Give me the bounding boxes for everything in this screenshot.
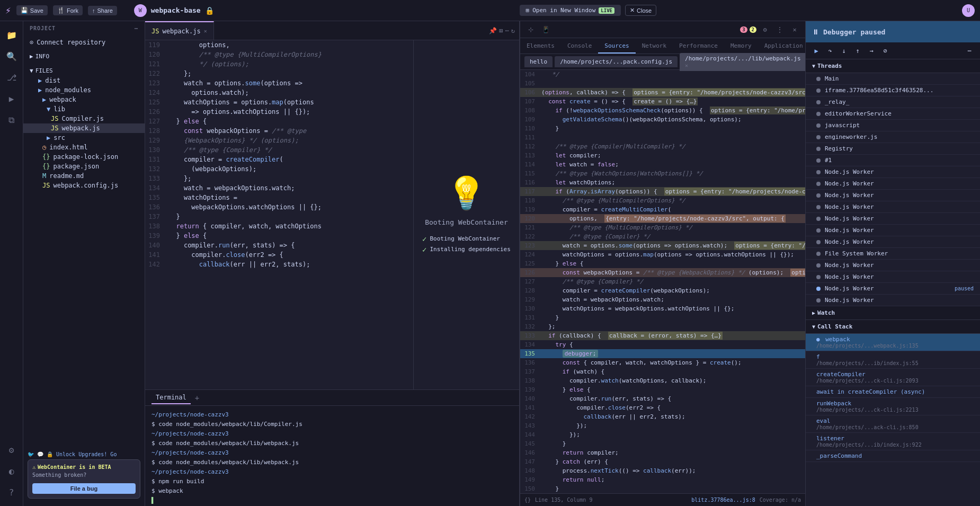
url-tab-close[interactable]: ✕	[685, 63, 688, 68]
code-editor[interactable]: 119 options, 120 /** @type {MultiCompile…	[145, 40, 413, 389]
callstack-item-webpack[interactable]: ● webpack /home/projects/...webpack.js:1…	[806, 334, 980, 351]
file-bug-button[interactable]: File a bug	[32, 483, 136, 494]
more-icon[interactable]: ⋯	[505, 27, 509, 34]
activity-files[interactable]: 📁	[2, 25, 21, 45]
devtools-settings-button[interactable]: ⚙	[759, 23, 771, 36]
tab-application[interactable]: Application	[758, 39, 805, 54]
tree-item-lib[interactable]: ▼ lib	[23, 104, 145, 114]
activity-extensions[interactable]: ⧉	[2, 110, 21, 129]
editor-tab-webpack-js[interactable]: JS webpack.js ✕	[145, 21, 214, 40]
thread-item-engineworker[interactable]: engineworker.js	[806, 131, 980, 143]
tree-item-package-lock[interactable]: {} package-lock.json	[23, 152, 145, 162]
share-button[interactable]: ↑ Share	[88, 6, 117, 15]
activity-run-debug[interactable]: ▶	[2, 89, 21, 108]
step-into-button[interactable]: ↓	[838, 45, 850, 57]
callstack-item-create-compiler[interactable]: createCompiler /home/projects/...ck-cli.…	[806, 369, 980, 386]
resume-button[interactable]: ▶	[810, 45, 823, 57]
connect-repo-button[interactable]: ⊙ Connect repository	[23, 35, 145, 49]
thread-item-nodejs2[interactable]: Node.js Worker	[806, 178, 980, 190]
thread-item-iframe[interactable]: iframe.37786ea58d51c3f463528...	[806, 85, 980, 96]
thread-item-nodejs7[interactable]: Node.js Worker	[806, 236, 980, 248]
callstack-item-run-webpack[interactable]: runWebpack /home/projects/...ck-cli.js:2…	[806, 398, 980, 415]
tree-item-index-html[interactable]: ◷ index.html	[23, 143, 145, 152]
thread-item-nodejs10[interactable]: Node.js Worker	[806, 295, 980, 306]
thread-item-editor-worker[interactable]: editorWorkerService	[806, 108, 980, 120]
split-icon[interactable]: ⊞	[499, 27, 503, 34]
dt-line: 115 /** @type {WatchOptions|WatchOptions…	[520, 169, 805, 178]
open-new-window-button[interactable]: ⊞ Open in New Window LIVE	[520, 5, 621, 16]
tree-item-compiler-js[interactable]: JS Compiler.js	[23, 114, 145, 123]
dt-line: 105	[520, 79, 805, 88]
sidebar-files-header[interactable]: ▼ FILES	[23, 66, 145, 76]
watch-section-header[interactable]: ▶ Watch	[806, 306, 980, 320]
devtools-code-content[interactable]: 104 */ 105 106 (options, callback) => { …	[520, 70, 805, 493]
thread-item-nodejs1[interactable]: Node.js Worker	[806, 166, 980, 178]
callstack-item-listener[interactable]: listener /home/projects/...ib/index.js:9…	[806, 433, 980, 450]
thread-item-nodejs6[interactable]: Node.js Worker	[806, 225, 980, 236]
activity-search[interactable]: 🔍	[2, 47, 21, 66]
terminal-add-button[interactable]: +	[195, 394, 199, 402]
tab-performance[interactable]: Performance	[673, 39, 724, 54]
sidebar-info-header[interactable]: ▶ INFO	[23, 51, 145, 61]
close-button[interactable]: ✕ Close	[625, 5, 656, 16]
tab-close-button[interactable]: ✕	[204, 28, 207, 34]
tab-memory[interactable]: Memory	[724, 39, 758, 54]
activity-theme[interactable]: ◐	[2, 461, 21, 481]
tab-elements[interactable]: Elements	[520, 39, 561, 54]
refresh-icon[interactable]: ↻	[511, 27, 515, 34]
callstack-item-f[interactable]: f /home/projects/...ib/index.js:55	[806, 351, 980, 369]
thread-item-nodejs9[interactable]: Node.js Worker	[806, 271, 980, 283]
tab-console[interactable]: Console	[561, 39, 598, 54]
tree-item-src[interactable]: ▶ src	[23, 133, 145, 143]
terminal-tab[interactable]: Terminal	[152, 392, 191, 404]
step-over-button[interactable]: ↷	[824, 45, 836, 57]
step-out-button[interactable]: ↑	[851, 45, 864, 57]
callstack-dot: ●	[816, 336, 820, 343]
thread-item-main[interactable]: Main	[806, 73, 980, 85]
step-button[interactable]: →	[865, 45, 878, 57]
url-tab-hello[interactable]: hello	[524, 56, 553, 67]
url-tab-webpack[interactable]: /home/projects/.../lib/webpack.js ✕	[680, 53, 805, 71]
threads-section-header[interactable]: ▼ Threads	[806, 59, 980, 73]
devtools-mobile-button[interactable]: 📱	[539, 23, 552, 36]
tree-item-dist[interactable]: ▶ dist	[23, 76, 145, 85]
tree-item-webpack[interactable]: ▶ webpack	[23, 95, 145, 104]
activity-source-control[interactable]: ⎇	[2, 68, 21, 87]
callstack-item-parse-command[interactable]: _parseCommand	[806, 450, 980, 462]
deactivate-breakpoints-button[interactable]: ⊘	[879, 45, 892, 57]
pin-icon[interactable]: 📌	[489, 27, 497, 34]
tree-item-readme-md[interactable]: M readme.md	[23, 171, 145, 181]
sidebar-header-actions[interactable]: ⋯	[135, 25, 138, 31]
thread-item-nodejs5[interactable]: Node.js Worker	[806, 213, 980, 225]
blitz-ref[interactable]: blitz.37786ea...js:8	[691, 497, 755, 503]
thread-item-javascript[interactable]: javascript	[806, 120, 980, 131]
tree-item-node-modules[interactable]: ▶ node_modules	[23, 85, 145, 95]
devtools-close-button[interactable]: ✕	[788, 23, 801, 36]
tab-network[interactable]: Network	[636, 39, 673, 54]
thread-item-relay[interactable]: _relay_	[806, 96, 980, 108]
tree-item-package-json[interactable]: {} package.json	[23, 162, 145, 171]
save-button[interactable]: 💾 Save	[16, 5, 48, 15]
more-debug-button[interactable]: ⋯	[963, 45, 976, 57]
callstack-section-header[interactable]: ▼ Call Stack	[806, 320, 980, 334]
editor-tab-actions: 📌 ⊞ ⋯ ↻	[489, 27, 519, 34]
thread-item-nodejs8[interactable]: Node.js Worker	[806, 260, 980, 271]
tree-item-webpack-js[interactable]: JS webpack.js	[23, 123, 145, 133]
thread-item-filesystem[interactable]: File System Worker	[806, 248, 980, 260]
activity-settings[interactable]: ⚙	[2, 440, 21, 459]
thread-item-nodejs-paused[interactable]: Node.js Worker paused	[806, 283, 980, 295]
terminal-content[interactable]: ~/projects/node-cazzv3 $ code node_modul…	[145, 406, 519, 506]
fork-button[interactable]: 🍴 Fork	[53, 5, 83, 15]
url-tab-config[interactable]: /home/projects/...pack.config.js	[555, 56, 678, 67]
thread-item-registry[interactable]: Registry	[806, 143, 980, 155]
devtools-more-button[interactable]: ⋮	[773, 23, 786, 36]
tab-sources[interactable]: Sources	[598, 39, 635, 54]
thread-item-hash1[interactable]: #1	[806, 155, 980, 166]
callstack-item-eval[interactable]: eval /home/projects/...ack-cli.js:850	[806, 415, 980, 433]
thread-item-nodejs3[interactable]: Node.js Worker	[806, 190, 980, 201]
callstack-item-await-create-compiler[interactable]: await in createCompiler (async)	[806, 386, 980, 398]
activity-help[interactable]: ?	[2, 483, 21, 502]
thread-item-nodejs4[interactable]: Node.js Worker	[806, 201, 980, 213]
devtools-inspect-button[interactable]: ⊹	[524, 23, 537, 36]
tree-item-webpack-config[interactable]: JS webpack.config.js	[23, 181, 145, 190]
